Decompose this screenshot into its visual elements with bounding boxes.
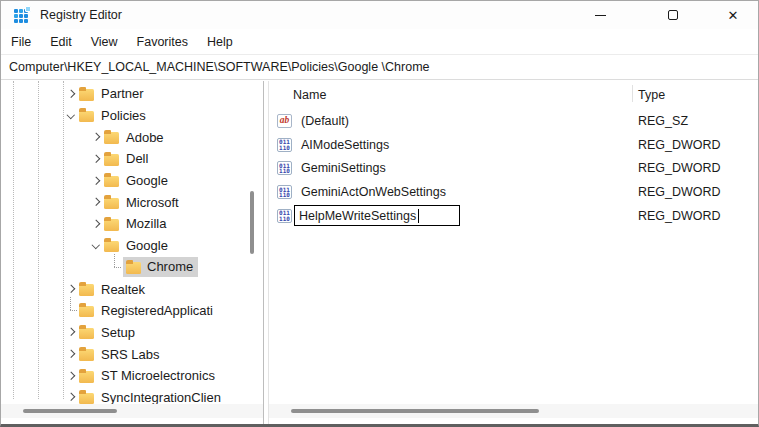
chevron-right-icon[interactable] <box>63 86 79 102</box>
tree-item-policies[interactable]: Policies <box>1 105 263 127</box>
maximize-button[interactable] <box>650 1 696 29</box>
tree-item-label: SRS Labs <box>101 347 160 362</box>
tree-item-google-space[interactable]: Google <box>1 235 263 257</box>
chevron-right-icon[interactable] <box>88 194 104 210</box>
menu-help[interactable]: Help <box>207 32 233 52</box>
folder-icon <box>79 306 94 318</box>
value-type: REG_DWORD <box>638 161 721 175</box>
tree-item-partner[interactable]: Partner <box>1 83 263 105</box>
chevron-right-icon[interactable] <box>63 346 79 362</box>
menu-file[interactable]: File <box>11 32 31 52</box>
tree-item-google[interactable]: Google <box>1 170 263 192</box>
chevron-right-icon[interactable] <box>88 129 104 145</box>
selected-tree-item[interactable]: Chrome <box>123 257 198 277</box>
registry-path: Computer\HKEY_LOCAL_MACHINE\SOFTWARE\Pol… <box>9 60 430 74</box>
tree-item-realtek[interactable]: Realtek <box>1 278 263 300</box>
chevron-right-icon[interactable] <box>88 173 104 189</box>
dword-value-icon: 011110 <box>277 161 292 175</box>
value-name: GeminiSettings <box>301 161 386 175</box>
value-row-default[interactable]: ab (Default) REG_SZ <box>269 109 758 133</box>
column-header-name[interactable]: Name <box>293 88 326 102</box>
tree-item-microsoft[interactable]: Microsoft <box>1 191 263 213</box>
folder-icon <box>79 284 94 296</box>
folder-icon <box>79 89 94 101</box>
list-horizontal-scrollbar[interactable] <box>269 404 758 418</box>
close-button[interactable]: ✕ <box>710 1 756 29</box>
value-row-geminisettings[interactable]: 011110 GeminiSettings REG_DWORD <box>269 156 758 180</box>
tree-connector <box>107 257 123 279</box>
folder-icon <box>79 328 94 340</box>
list-header: Name Type <box>269 81 758 109</box>
tree-item-label: Setup <box>101 325 135 340</box>
tree-item-label: Dell <box>126 151 148 166</box>
chevron-right-icon[interactable] <box>88 216 104 232</box>
value-type: REG_SZ <box>638 114 688 128</box>
tree-item-setup[interactable]: Setup <box>1 322 263 344</box>
tree-item-dell[interactable]: Dell <box>1 148 263 170</box>
chevron-right-icon[interactable] <box>63 281 79 297</box>
menu-edit[interactable]: Edit <box>50 32 72 52</box>
tree-horizontal-scrollbar-thumb[interactable] <box>23 409 117 413</box>
value-name: (Default) <box>301 114 349 128</box>
tree-item-label: Mozilla <box>126 216 166 231</box>
chevron-down-icon[interactable] <box>63 108 79 124</box>
value-row-helpmewritesettings[interactable]: 011110 HelpMeWriteSettings REG_DWORD <box>269 204 758 228</box>
folder-icon <box>79 393 94 405</box>
chevron-right-icon[interactable] <box>88 151 104 167</box>
tree-pane: Partner Policies Adobe Dell <box>1 81 264 424</box>
tree-item-adobe[interactable]: Adobe <box>1 126 263 148</box>
text-caret <box>418 209 419 223</box>
tree-item-label: RegisteredApplicati <box>101 303 213 318</box>
tree-item-label: Microsoft <box>126 195 179 210</box>
folder-icon <box>126 262 141 274</box>
tree-item-registeredapplications[interactable]: RegisteredApplicati <box>1 300 263 322</box>
tree-item-srs-labs[interactable]: SRS Labs <box>1 343 263 365</box>
column-header-type[interactable]: Type <box>638 88 665 102</box>
folder-icon <box>104 241 119 253</box>
dword-value-icon: 011110 <box>277 138 292 152</box>
tree-item-label: Chrome <box>147 259 193 274</box>
folder-icon <box>104 198 119 210</box>
values-pane: Name Type ab (Default) REG_SZ 011110 AIM… <box>269 81 758 424</box>
folder-icon <box>104 176 119 188</box>
value-name-editing: HelpMeWriteSettings <box>299 209 416 223</box>
value-type: REG_DWORD <box>638 209 721 223</box>
value-name: GeminiActOnWebSettings <box>301 185 446 199</box>
tree-item-label: Policies <box>101 108 146 123</box>
menu-view[interactable]: View <box>91 32 118 52</box>
column-divider[interactable] <box>632 85 633 102</box>
list-horizontal-scrollbar-thumb[interactable] <box>291 409 539 413</box>
value-name: AIModeSettings <box>301 138 389 152</box>
tree-item-chrome[interactable]: Chrome <box>1 257 263 279</box>
registry-editor-window: Registry Editor ✕ File Edit View Favorit… <box>0 0 759 427</box>
menu-favorites[interactable]: Favorites <box>137 32 188 52</box>
dword-value-icon: 011110 <box>277 209 292 223</box>
tree-vertical-scrollbar-thumb[interactable] <box>250 191 254 254</box>
chevron-down-icon[interactable] <box>88 238 104 254</box>
tree-horizontal-scrollbar[interactable] <box>1 404 263 418</box>
registry-editor-app-icon <box>14 7 30 23</box>
folder-icon <box>79 111 94 123</box>
dword-value-icon: 011110 <box>277 185 292 199</box>
tree-item-st-microelectronics[interactable]: ST Microelectronics <box>1 365 263 387</box>
chevron-right-icon[interactable] <box>63 368 79 384</box>
value-type: REG_DWORD <box>638 138 721 152</box>
tree-item-label: Google <box>126 238 168 253</box>
address-bar[interactable]: Computer\HKEY_LOCAL_MACHINE\SOFTWARE\Pol… <box>1 54 758 80</box>
string-value-icon: ab <box>277 114 292 128</box>
tree-item-label: SyncIntegrationClien <box>101 390 221 405</box>
tree-item-mozilla[interactable]: Mozilla <box>1 213 263 235</box>
chevron-right-icon[interactable] <box>63 324 79 340</box>
menu-bar: File Edit View Favorites Help <box>1 29 758 54</box>
folder-icon <box>104 219 119 231</box>
value-row-geminiactonwebsettings[interactable]: 011110 GeminiActOnWebSettings REG_DWORD <box>269 180 758 204</box>
tree-item-label: ST Microelectronics <box>101 368 215 383</box>
minimize-button[interactable] <box>577 1 623 29</box>
value-name-edit-field[interactable]: HelpMeWriteSettings <box>294 205 460 226</box>
value-type: REG_DWORD <box>638 185 721 199</box>
folder-icon <box>79 371 94 383</box>
folder-icon <box>79 349 94 361</box>
registry-tree: Partner Policies Adobe Dell <box>1 83 263 408</box>
title-bar: Registry Editor ✕ <box>1 1 758 29</box>
value-row-aimodesettings[interactable]: 011110 AIModeSettings REG_DWORD <box>269 133 758 157</box>
